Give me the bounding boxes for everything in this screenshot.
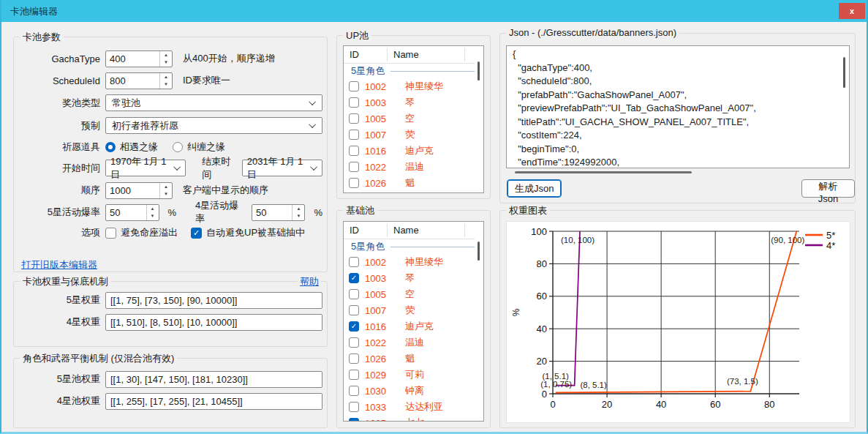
row-checkbox[interactable] xyxy=(349,418,359,422)
up-pool-scrollbar[interactable] xyxy=(475,47,483,192)
base-pool-scrollbar[interactable] xyxy=(475,222,483,420)
svg-text:80: 80 xyxy=(764,399,774,410)
list-item[interactable]: 1007 荧 xyxy=(344,127,483,143)
begin-time-picker[interactable]: 1970年 1月 1日 xyxy=(105,160,186,176)
row-checkbox[interactable] xyxy=(349,97,359,108)
row-checkbox[interactable] xyxy=(349,321,359,332)
list-item[interactable]: 1022 温迪 xyxy=(344,159,483,175)
up-pool-list[interactable]: ID Name 5星角色 1002 神里绫华 1003 琴 1005 空 100… xyxy=(343,45,484,193)
row-checkbox[interactable] xyxy=(349,178,359,188)
svg-text:0: 0 xyxy=(550,399,555,410)
weight5-input[interactable] xyxy=(105,292,322,309)
row-checkbox[interactable] xyxy=(349,257,359,267)
row-checkbox[interactable] xyxy=(349,81,359,91)
id-column-header[interactable]: ID xyxy=(344,48,388,61)
scrollbar-thumb[interactable] xyxy=(843,57,845,88)
balance5-input[interactable] xyxy=(105,371,322,388)
rate5-stepper[interactable]: 50 ▲▼ xyxy=(105,204,159,221)
spinner-arrows-icon[interactable]: ▲▼ xyxy=(159,73,172,89)
list-item[interactable]: 1035 七七 xyxy=(344,415,483,422)
scrollbar-thumb[interactable] xyxy=(478,242,480,261)
rate5-value: 50 xyxy=(106,207,146,218)
svg-text:5*: 5* xyxy=(826,230,835,241)
radio-acquaint-fate-label: 相遇之缘 xyxy=(120,141,158,154)
list-item[interactable]: 1007 荧 xyxy=(344,302,483,318)
base-pool-rows: 1002 神里绫华 1003 琴 1005 空 1007 荧 1016 迪卢克 … xyxy=(344,254,483,422)
list-item[interactable]: 1016 迪卢克 xyxy=(344,318,483,334)
end-time-picker[interactable]: 2031年 1月 1日 xyxy=(242,160,322,176)
gacha-type-stepper[interactable]: 400 ▲▼ xyxy=(105,50,173,67)
rate-row: 5星活动爆率 50 ▲▼ % 4星活动爆率 50 ▲▼ % xyxy=(21,201,322,223)
weight-chart: 020406080100020406080%(10, 100)(90, 100)… xyxy=(507,222,850,422)
list-item[interactable]: 1033 达达利亚 xyxy=(344,399,483,415)
rate4-stepper[interactable]: 50 ▲▼ xyxy=(252,204,306,221)
row-checkbox[interactable] xyxy=(349,386,359,396)
schedule-id-label: ScheduleId xyxy=(21,75,100,86)
list-item[interactable]: 1005 空 xyxy=(344,111,483,127)
list-item[interactable]: 1002 神里绫华 xyxy=(344,254,483,270)
base-pool-section: 5星角色 xyxy=(344,239,483,254)
list-item[interactable]: 1002 神里绫华 xyxy=(344,78,483,94)
row-checkbox[interactable] xyxy=(349,353,359,364)
gacha-type-row: GachaType 400 ▲▼ 从400开始，顺序递增 xyxy=(21,48,322,70)
list-item[interactable]: 1029 可莉 xyxy=(344,367,483,383)
radio-intertwined-fate[interactable] xyxy=(173,142,183,152)
row-checkbox[interactable] xyxy=(349,402,359,412)
list-item[interactable]: 1030 钟离 xyxy=(344,383,483,399)
pool-type-select[interactable]: 常驻池 xyxy=(105,94,322,111)
list-item[interactable]: 1003 琴 xyxy=(344,94,483,111)
parse-json-button[interactable]: 解析Json xyxy=(801,179,855,198)
balance4-input[interactable] xyxy=(105,393,322,410)
list-item[interactable]: 1022 温迪 xyxy=(344,334,483,351)
row-checkbox[interactable] xyxy=(349,289,359,299)
row-checkbox[interactable] xyxy=(349,130,359,140)
sort-stepper[interactable]: 1000 ▲▼ xyxy=(105,182,173,199)
checkbox-auto-avoid-up[interactable] xyxy=(191,228,202,239)
list-item[interactable]: 1026 魈 xyxy=(344,175,483,191)
open-legacy-editor-link[interactable]: 打开旧版本编辑器 xyxy=(21,258,97,272)
preset-select[interactable]: 初行者推荐祈愿 xyxy=(105,117,322,134)
checkbox-avoid-constellation-overflow-label: 避免命座溢出 xyxy=(121,226,178,239)
row-checkbox[interactable] xyxy=(349,305,359,315)
row-checkbox[interactable] xyxy=(349,113,359,124)
close-button[interactable]: x xyxy=(839,3,865,19)
spinner-arrows-icon[interactable]: ▲▼ xyxy=(292,205,304,220)
name-column-header[interactable]: Name xyxy=(388,48,465,61)
list-item[interactable]: 1026 魈 xyxy=(344,351,483,367)
row-checkbox[interactable] xyxy=(349,337,359,348)
help-link[interactable]: 帮助 xyxy=(298,275,321,288)
gacha-type-value: 400 xyxy=(106,53,159,64)
svg-text:40: 40 xyxy=(656,399,666,410)
list-item[interactable]: 1016 迪卢克 xyxy=(344,143,483,159)
spinner-arrows-icon[interactable]: ▲▼ xyxy=(146,205,159,220)
rate4-value: 50 xyxy=(252,207,293,218)
spinner-arrows-icon[interactable]: ▲▼ xyxy=(159,51,172,67)
name-column-header[interactable]: Name xyxy=(388,224,465,237)
list-item[interactable]: 1005 空 xyxy=(344,286,483,302)
spinner-arrows-icon[interactable]: ▲▼ xyxy=(159,183,172,198)
chart-group: 权重图表 020406080100020406080%(10, 100)(90,… xyxy=(499,210,856,428)
radio-acquaint-fate[interactable] xyxy=(105,142,116,152)
row-checkbox[interactable] xyxy=(349,370,359,380)
json-textarea[interactable]: { "gachaType":400, "scheduleId":800, "pr… xyxy=(506,45,850,168)
json-text: { "gachaType":400, "scheduleId":800, "pr… xyxy=(507,46,849,168)
scrollbar-thumb[interactable] xyxy=(478,61,480,81)
row-checkbox[interactable] xyxy=(349,162,359,172)
json-vscrollbar[interactable] xyxy=(840,47,848,167)
schedule-id-stepper[interactable]: 800 ▲▼ xyxy=(105,72,173,89)
list-item[interactable]: 1003 琴 xyxy=(344,270,483,286)
rate4-suffix: % xyxy=(314,207,322,218)
row-checkbox[interactable] xyxy=(349,273,359,283)
weight4-input[interactable] xyxy=(105,314,322,331)
row-id: 1033 xyxy=(365,402,393,413)
base-pool-list[interactable]: ID Name 5星角色 1002 神里绫华 1003 琴 1005 空 100… xyxy=(343,221,484,422)
id-column-header[interactable]: ID xyxy=(344,224,388,237)
checkbox-avoid-constellation-overflow[interactable] xyxy=(105,228,116,239)
json-hscrollbar-thumb[interactable] xyxy=(515,171,692,173)
row-checkbox[interactable] xyxy=(349,146,359,156)
svg-text:(1, 5.1): (1, 5.1) xyxy=(542,372,569,381)
row-name: 达达利亚 xyxy=(393,400,443,414)
row-id: 1035 xyxy=(365,418,393,422)
base-pool-title: 基础池 xyxy=(343,204,377,217)
generate-json-button[interactable]: 生成Json xyxy=(507,179,562,198)
